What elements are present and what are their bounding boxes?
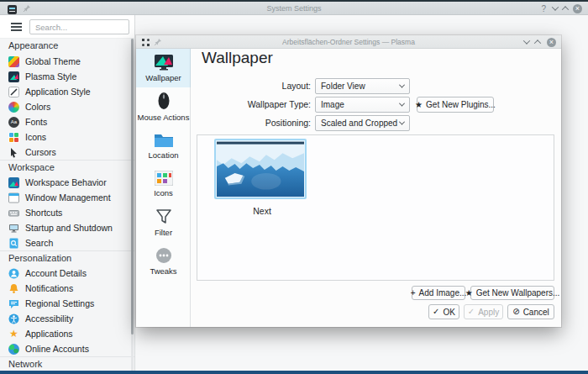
sidebar-section-workspace: Workspace — [0, 160, 134, 175]
tab-filter[interactable]: Filter — [136, 203, 191, 242]
ok-button[interactable]: ✓ OK — [428, 304, 459, 319]
cancel-icon: ⊘ — [512, 308, 519, 316]
wallpaper-settings-dialog: Arbeitsflächen-Ordner Settings — Plasma … — [136, 35, 561, 327]
window-management-icon — [8, 192, 19, 203]
online-accounts-icon — [8, 344, 19, 355]
close-icon: × — [547, 38, 556, 47]
star-icon: ★ — [415, 101, 423, 109]
chevron-down-icon — [399, 119, 405, 125]
sidebar-item-icons[interactable]: Icons — [0, 129, 134, 145]
help-button[interactable]: ? — [541, 2, 546, 15]
get-new-plugins-button[interactable]: ★ Get New Plugins... — [417, 97, 494, 113]
tab-location[interactable]: Location — [136, 126, 191, 165]
check-icon: ✓ — [468, 308, 475, 316]
workspace-behavior-icon — [8, 177, 19, 188]
folder-icon — [154, 132, 174, 148]
main-titlebar: System Settings ? × — [0, 2, 588, 15]
dialog-minimize-button[interactable] — [524, 35, 529, 49]
startup-and-shutdown-icon — [8, 223, 19, 234]
application-style-icon — [8, 87, 19, 97]
get-new-wallpapers-button[interactable]: ★ Get New Wallpapers... — [470, 286, 554, 300]
close-button[interactable]: × — [573, 2, 582, 15]
sidebar-item-applications[interactable]: ★ Applications — [0, 326, 134, 341]
maximize-button[interactable] — [563, 2, 568, 15]
dialog-titlebar: Arbeitsflächen-Ordner Settings — Plasma … — [136, 35, 561, 49]
sidebar-scrollbar[interactable] — [131, 39, 134, 371]
positioning-label: Positioning: — [195, 115, 311, 131]
filter-funnel-icon — [155, 208, 173, 225]
sidebar-item-global-theme[interactable]: Global Theme — [0, 54, 134, 69]
sidebar-item-shortcuts[interactable]: Shortcuts — [0, 205, 134, 220]
chevron-down-icon — [399, 82, 405, 88]
add-image-button[interactable]: + Add Image... — [412, 286, 465, 300]
apply-button[interactable]: ✓ Apply — [464, 304, 503, 319]
dialog-title: Arbeitsflächen-Ordner Settings — Plasma — [136, 35, 561, 49]
layout-select[interactable]: Folder View — [315, 78, 410, 94]
wallpaper-type-label: Wallpaper Type: — [195, 97, 311, 113]
sidebar-section-network: Network — [0, 356, 134, 371]
icons-grid-icon — [155, 171, 173, 186]
sidebar-item-account-details[interactable]: Account Details — [0, 266, 134, 281]
chevron-up-icon — [534, 40, 541, 46]
sidebar-item-notifications[interactable]: Notifications — [0, 281, 134, 296]
sidebar-item-online-accounts[interactable]: Online Accounts — [0, 341, 134, 356]
cancel-button[interactable]: ⊘ Cancel — [507, 304, 554, 319]
sidebar-item-regional-settings[interactable]: Regional Settings — [0, 296, 134, 311]
search-doc-icon — [8, 238, 19, 249]
sidebar-item-workspace-behavior[interactable]: Workspace Behavior — [0, 175, 134, 190]
sidebar-item-cursors[interactable]: Cursors — [0, 145, 134, 160]
positioning-select[interactable]: Scaled and Cropped — [315, 115, 410, 131]
shortcuts-icon — [8, 208, 19, 219]
tweaks-icon — [155, 247, 172, 264]
chevron-down-icon — [523, 37, 530, 44]
wallpaper-type-select[interactable]: Image — [315, 97, 410, 113]
sidebar-item-accessibility[interactable]: Accessibility — [0, 311, 134, 326]
sidebar-item-plasma-style[interactable]: Plasma Style — [0, 69, 134, 84]
sidebar-item-startup-shutdown[interactable]: Startup and Shutdown — [0, 220, 134, 235]
chevron-down-icon — [399, 101, 405, 107]
tab-wallpaper[interactable]: Wallpaper — [136, 49, 191, 87]
applications-icon: ★ — [8, 329, 19, 340]
sidebar-section-personalization: Personalization — [0, 250, 134, 266]
wallpaper-thumbnail-next[interactable]: Next — [214, 139, 307, 199]
chevron-down-icon — [552, 3, 559, 10]
sidebar: Appearance Global Theme Plasma Style App… — [0, 39, 135, 371]
sidebar-item-window-management[interactable]: Window Management — [0, 190, 134, 205]
dialog-maximize-button[interactable] — [535, 35, 540, 49]
search-input[interactable] — [29, 19, 129, 34]
wallpaper-grid: Next — [197, 134, 554, 281]
layout-label: Layout: — [195, 78, 311, 94]
colors-icon — [8, 102, 19, 113]
sidebar-scrollbar-thumb[interactable] — [131, 39, 134, 334]
regional-settings-icon — [8, 298, 19, 309]
tab-mouse-actions[interactable]: Mouse Actions — [136, 87, 191, 126]
fonts-icon: Aa — [8, 117, 19, 128]
account-details-icon — [8, 268, 19, 279]
screen: System Settings ? × Appearance Global Th… — [0, 0, 588, 374]
menu-hamburger-icon[interactable] — [11, 23, 22, 31]
chevron-up-icon — [562, 6, 569, 13]
accessibility-icon — [8, 313, 19, 324]
plus-icon: + — [411, 289, 416, 298]
wallpaper-name: Next — [199, 206, 325, 216]
minimize-button[interactable] — [553, 2, 558, 15]
dialog-close-button[interactable]: × — [547, 35, 556, 49]
notifications-icon — [8, 283, 19, 294]
sidebar-item-application-style[interactable]: Application Style — [0, 84, 134, 99]
sidebar-section-appearance: Appearance — [0, 39, 134, 54]
desktop-edge-bottom — [0, 371, 588, 374]
tab-tweaks[interactable]: Tweaks — [136, 242, 191, 281]
check-icon: ✓ — [433, 308, 439, 316]
icons-icon — [8, 132, 19, 143]
next-wallpaper-image — [217, 141, 304, 197]
sidebar-item-fonts[interactable]: Aa Fonts — [0, 114, 134, 129]
plasma-style-icon — [8, 71, 19, 82]
global-theme-icon — [8, 56, 19, 67]
close-icon: × — [573, 4, 582, 13]
main-window-title: System Settings — [0, 2, 588, 15]
dialog-tabstrip: Wallpaper Mouse Actions Location — [136, 49, 191, 327]
tab-icons[interactable]: Icons — [136, 165, 191, 203]
sidebar-item-colors[interactable]: Colors — [0, 99, 134, 114]
sidebar-item-search[interactable]: Search — [0, 235, 134, 250]
main-toolbar — [0, 15, 135, 39]
